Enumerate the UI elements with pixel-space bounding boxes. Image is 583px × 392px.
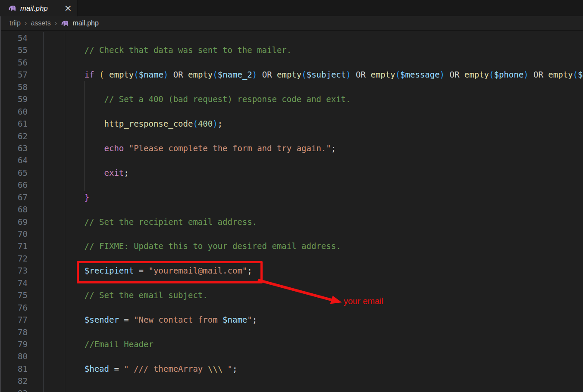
line-number: 56 — [0, 56, 43, 68]
code-line[interactable]: 82 — [0, 375, 583, 387]
line-number: 72 — [0, 252, 43, 264]
line-number: 54 — [0, 32, 43, 44]
code-text[interactable]: //Email Header — [43, 338, 583, 350]
code-text[interactable]: exit; — [43, 167, 583, 179]
line-number: 65 — [0, 167, 43, 179]
annotation-label: your email — [344, 296, 383, 306]
line-number: 80 — [0, 350, 43, 362]
code-line[interactable]: 68 — [0, 203, 583, 215]
line-number: 79 — [0, 338, 43, 350]
code-text[interactable]: // Set the recipient email address. — [43, 216, 583, 228]
code-line[interactable]: 75 // Set the email subject. — [0, 289, 583, 301]
code-line[interactable]: 69 // Set the recipient email address. — [0, 216, 583, 228]
code-text[interactable] — [43, 81, 583, 93]
code-line[interactable]: 61 http_response_code(400); — [0, 118, 583, 130]
line-number: 75 — [0, 289, 43, 301]
code-line[interactable]: 79 //Email Header — [0, 338, 583, 350]
tab-bar: mail.php × — [0, 0, 583, 16]
line-number: 73 — [0, 264, 43, 277]
line-number: 58 — [0, 81, 43, 93]
code-text[interactable] — [43, 326, 583, 338]
line-number: 55 — [0, 44, 43, 56]
line-number: 64 — [0, 154, 43, 166]
code-line[interactable]: 64 — [0, 154, 583, 166]
code-line[interactable]: 78 — [0, 326, 583, 338]
code-line[interactable]: 83 — [0, 387, 583, 392]
code-text[interactable] — [43, 106, 583, 118]
line-number: 68 — [0, 203, 43, 215]
code-text[interactable] — [43, 203, 583, 215]
code-text[interactable]: $head = " /// themeArray \\\ "; — [43, 363, 583, 375]
code-text[interactable]: $sender = "New contact from $name"; — [43, 314, 583, 326]
code-line[interactable]: 59 // Set a 400 (bad request) response c… — [0, 93, 583, 105]
code-line[interactable]: 65 exit; — [0, 167, 583, 179]
php-icon — [8, 5, 16, 12]
tab-mail-php[interactable]: mail.php × — [0, 0, 78, 16]
code-text[interactable]: http_response_code(400); — [43, 118, 583, 130]
code-text[interactable]: } — [43, 191, 583, 203]
code-text[interactable] — [43, 56, 583, 68]
line-number: 67 — [0, 191, 43, 203]
code-lines[interactable]: 5455 // Check that data was sent to the … — [0, 32, 583, 392]
line-number: 74 — [0, 277, 43, 289]
code-text[interactable]: if ( empty($name) OR empty($name_2) OR e… — [43, 68, 583, 81]
code-line[interactable]: 60 — [0, 106, 583, 118]
line-number: 69 — [0, 216, 43, 228]
line-number: 77 — [0, 314, 43, 326]
code-line[interactable]: 70 — [0, 228, 583, 240]
code-line[interactable]: 56 — [0, 56, 583, 68]
php-icon — [61, 20, 69, 27]
tab-label: mail.php — [20, 4, 48, 12]
code-line[interactable]: 57 if ( empty($name) OR empty($name_2) O… — [0, 68, 583, 81]
code-text[interactable] — [43, 350, 583, 362]
code-line[interactable]: 80 — [0, 350, 583, 362]
breadcrumb-file[interactable]: mail.php — [72, 19, 98, 27]
chevron-right-icon: › — [55, 19, 57, 28]
code-line[interactable]: 67 } — [0, 191, 583, 203]
code-text[interactable]: // Set a 400 (bad request) response code… — [43, 93, 583, 105]
code-line[interactable]: 55 // Check that data was sent to the ma… — [0, 44, 583, 56]
line-number: 81 — [0, 363, 43, 375]
code-line[interactable]: 63 echo "Please complete the form and tr… — [0, 142, 583, 154]
line-number: 76 — [0, 302, 43, 314]
breadcrumb-item-triip[interactable]: triip — [9, 19, 21, 27]
annotation-box — [77, 261, 263, 283]
code-line[interactable]: 77 $sender = "New contact from $name"; — [0, 314, 583, 326]
code-text[interactable] — [43, 32, 583, 44]
code-text[interactable] — [43, 179, 583, 191]
line-number: 57 — [0, 68, 43, 81]
code-line[interactable]: 76 — [0, 302, 583, 314]
code-text[interactable] — [43, 387, 583, 392]
line-number: 59 — [0, 93, 43, 105]
code-line[interactable]: 71 // FIXME: Update this to your desired… — [0, 240, 583, 252]
breadcrumb-item-assets[interactable]: assets — [31, 19, 50, 27]
line-number: 60 — [0, 106, 43, 118]
code-line[interactable]: 54 — [0, 32, 583, 44]
code-text[interactable] — [43, 228, 583, 240]
line-number: 63 — [0, 142, 43, 154]
line-number: 61 — [0, 118, 43, 130]
line-number: 66 — [0, 179, 43, 191]
code-text[interactable] — [43, 302, 583, 314]
code-text[interactable] — [43, 154, 583, 166]
breadcrumb: triip › assets › mail.php — [0, 16, 583, 31]
code-line[interactable]: 62 — [0, 130, 583, 142]
line-number: 70 — [0, 228, 43, 240]
line-number: 82 — [0, 375, 43, 387]
code-text[interactable]: // Check that data was sent to the maile… — [43, 44, 583, 56]
code-text[interactable]: // Set the email subject. — [43, 289, 583, 301]
code-line[interactable]: 81 $head = " /// themeArray \\\ "; — [0, 363, 583, 375]
code-text[interactable] — [43, 130, 583, 142]
code-line[interactable]: 58 — [0, 81, 583, 93]
line-number: 71 — [0, 240, 43, 252]
code-text[interactable]: echo "Please complete the form and try a… — [43, 142, 583, 154]
close-icon[interactable]: × — [64, 4, 72, 12]
code-text[interactable]: // FIXME: Update this to your desired em… — [43, 240, 583, 252]
line-number: 83 — [0, 387, 43, 392]
line-number: 62 — [0, 130, 43, 142]
code-text[interactable] — [43, 375, 583, 387]
chevron-right-icon: › — [25, 19, 27, 28]
editor-left-edge — [0, 16, 1, 392]
vscode-window: { "tab": { "label": "mail.php", "close_g… — [0, 0, 583, 392]
code-line[interactable]: 66 — [0, 179, 583, 191]
